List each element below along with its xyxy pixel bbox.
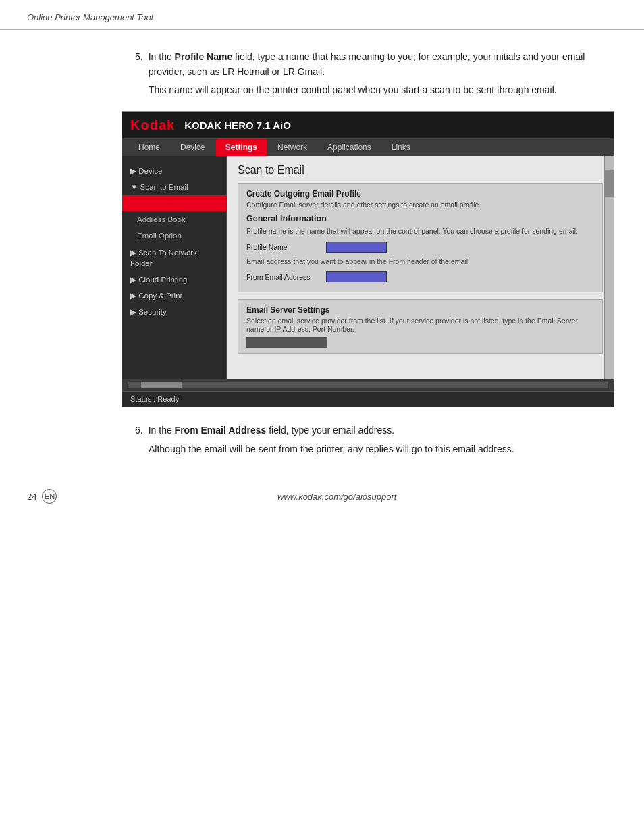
email-address-desc: Email address that you want to appear in… [246,257,594,267]
status-text: Status : Ready [130,395,179,403]
create-section-title: Create Outgoing Email Profile [246,189,594,199]
from-email-label: From Email Address [246,273,321,281]
kodak-header: Kodak KODAK HERO 7.1 AiO [122,112,614,138]
page-footer: 24 EN www.kodak.com/go/aiosupport [0,489,644,504]
from-email-input[interactable] [326,271,387,282]
nav-links[interactable]: Links [382,138,420,156]
scrollbar[interactable] [604,156,614,379]
email-server-section: Email Server Settings Select an email se… [238,299,603,354]
step6-line: 6. In the From Email Address field, type… [135,423,603,438]
general-info-desc: Profile name is the name that will appea… [246,226,594,236]
nav-bar: Home Device Settings Network Application… [122,138,614,156]
nav-settings[interactable]: Settings [216,138,267,156]
create-section-desc: Configure Email server details and other… [246,201,594,209]
bottom-scroll-area[interactable] [128,382,608,388]
app-body: ▶ Device ▼ Scan to Email Email Profile A… [122,156,614,379]
sidebar-scan-to-email[interactable]: ▼ Scan to Email [122,179,226,195]
footer-page-num: 24 EN [27,489,57,504]
page-footer-area: 24 EN www.kodak.com/go/aiosupport [0,477,644,531]
page-header: Online Printer Management Tool [0,0,644,30]
step6-number: 6. [135,423,143,438]
main-panel-title: Scan to Email [238,164,603,176]
main-panel: Scan to Email Create Outgoing Email Prof… [227,156,614,379]
sidebar-device[interactable]: ▶ Device [122,163,226,179]
step5-block: 5. In the Profile Name field, type a nam… [135,50,603,98]
step6-subtext: Although the email will be sent from the… [149,442,603,457]
sidebar-address-book[interactable]: Address Book [122,211,226,228]
nav-home[interactable]: Home [129,138,169,156]
sidebar-cloud-printing[interactable]: ▶ Cloud Printing [122,271,226,288]
step5-subtext: This name will appear on the printer con… [149,83,603,98]
footer-url: www.kodak.com/go/aiosupport [57,492,617,502]
header-title: Online Printer Management Tool [27,12,153,22]
create-email-section: Create Outgoing Email Profile Configure … [238,183,603,292]
nav-network[interactable]: Network [268,138,317,156]
profile-name-input[interactable] [326,242,387,253]
email-server-desc: Select an email service provider from th… [246,317,594,333]
step5-line: 5. In the Profile Name field, type a nam… [135,50,603,79]
step6-text: In the From Email Address field, type yo… [149,423,394,438]
sidebar-scan-to-network[interactable]: ▶ Scan To Network Folder [122,244,226,271]
sidebar-security[interactable]: ▶ Security [122,304,226,320]
sidebar-copy-print[interactable]: ▶ Copy & Print [122,288,226,304]
nav-device[interactable]: Device [171,138,215,156]
step5-number: 5. [135,50,143,79]
sidebar: ▶ Device ▼ Scan to Email Email Profile A… [122,156,227,379]
step6-block: 6. In the From Email Address field, type… [135,423,603,457]
bottom-scrollbar[interactable] [122,379,614,391]
nav-applications[interactable]: Applications [318,138,381,156]
sidebar-email-option[interactable]: Email Option [122,228,226,244]
step5-text: In the Profile Name field, type a name t… [149,50,603,79]
from-email-row: From Email Address [246,271,594,282]
page-number: 24 [27,492,36,502]
bottom-scroll-thumb[interactable] [141,382,182,388]
profile-name-row: Profile Name [246,242,594,253]
general-info-title: General Information [246,214,594,224]
profile-name-label: Profile Name [246,243,321,251]
scroll-thumb[interactable] [605,170,614,197]
email-server-title: Email Server Settings [246,305,594,315]
kodak-model: KODAK HERO 7.1 AiO [184,120,291,131]
sidebar-email-profile[interactable]: Email Profile [122,195,226,211]
kodak-logo: Kodak [130,118,175,133]
status-bar: Status : Ready [122,391,614,407]
email-server-dropdown-placeholder[interactable] [246,337,327,348]
app-screenshot: Kodak KODAK HERO 7.1 AiO Home Device Set… [122,111,614,407]
en-badge: EN [42,489,57,504]
main-content: 5. In the Profile Name field, type a nam… [0,30,644,477]
